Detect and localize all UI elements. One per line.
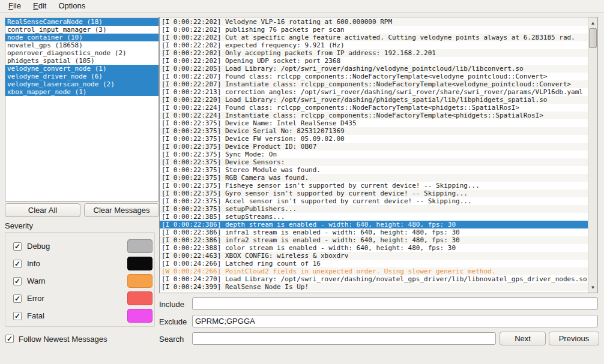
- node-list-item[interactable]: node_container (10): [5, 34, 159, 41]
- node-list[interactable]: RealSenseCameraNode (18)control_input_ma…: [5, 17, 159, 201]
- log-row[interactable]: [I 0:00:22:202] Velodyne VLP-16 rotating…: [160, 18, 588, 26]
- node-list-item[interactable]: control_input_manager (3): [5, 26, 159, 34]
- search-previous-button[interactable]: Previous: [549, 332, 599, 345]
- node-list-item[interactable]: RealSenseCameraNode (18): [5, 18, 159, 26]
- scrollbar-thumb[interactable]: [589, 28, 597, 48]
- severity-color-swatch-info[interactable]: [127, 257, 153, 270]
- log-row[interactable]: [I 0:00:22:202] expected frequency: 9.92…: [160, 41, 588, 49]
- include-label: Include: [159, 300, 184, 309]
- severity-checkbox-fatal[interactable]: ✓: [13, 312, 22, 320]
- log-row[interactable]: [I 0:00:22:375] Sync Mode: On: [160, 151, 588, 158]
- node-list-item[interactable]: openrover_diagnostics_node (2): [5, 49, 159, 57]
- severity-color-swatch-debug[interactable]: [127, 239, 153, 253]
- severity-color-swatch-fatal[interactable]: [127, 309, 153, 323]
- node-list-item[interactable]: phidgets_spatial (105): [5, 57, 159, 65]
- menu-bar: FileEditOptions: [0, 0, 604, 13]
- log-row[interactable]: [I 0:00:22:207] Found class: rclcpp_comp…: [160, 73, 588, 80]
- log-row[interactable]: [I 0:00:22:375] Stereo Module was found.: [160, 166, 588, 174]
- menu-edit[interactable]: Edit: [27, 0, 52, 12]
- severity-checkbox-info[interactable]: ✓: [13, 260, 22, 268]
- log-row[interactable]: [I 0:00:22:386] depth stream is enabled …: [160, 221, 588, 228]
- follow-newest-label: Follow Newest Messages: [19, 335, 107, 344]
- log-message-list[interactable]: [I 0:00:22:202] Velodyne VLP-16 rotating…: [160, 18, 588, 293]
- log-row[interactable]: [I 0:00:22:224] Found class: rclcpp_comp…: [160, 104, 588, 112]
- log-row[interactable]: [I 0:00:22:213] correction angles: /opt/…: [160, 88, 588, 96]
- log-row[interactable]: [I 0:00:22:375] setupPublishers...: [160, 205, 588, 213]
- log-row[interactable]: [I 0:00:22:202] Opening UDP socket: port…: [160, 57, 588, 65]
- node-list-item[interactable]: velodyne_driver_node (6): [5, 73, 159, 80]
- log-row[interactable]: [I 0:00:22:202] Only accepting packets f…: [160, 49, 588, 57]
- severity-label-fatal: Fatal: [27, 311, 44, 320]
- log-row[interactable]: [I 0:00:22:386] infra2 stream is enabled…: [160, 236, 588, 244]
- log-row[interactable]: [I 0:00:24:270] Load Library: /opt/swri_…: [160, 275, 588, 283]
- search-next-button[interactable]: Next: [500, 332, 546, 345]
- exclude-label: Exclude: [159, 317, 187, 326]
- log-row[interactable]: [I 0:00:22:375] Device Sensors:: [160, 158, 588, 166]
- log-row[interactable]: [I 0:00:22:386] infra1 stream is enabled…: [160, 228, 588, 236]
- severity-checkbox-warn[interactable]: ✓: [13, 277, 22, 285]
- search-input[interactable]: [192, 332, 496, 345]
- log-row[interactable]: [I 0:00:24:266] Latched ring count of 16: [160, 260, 588, 267]
- log-row[interactable]: [I 0:00:22:375] Device Serial No: 825312…: [160, 127, 588, 135]
- log-row[interactable]: [I 0:00:22:385] setupStreams...: [160, 213, 588, 221]
- log-row[interactable]: [I 0:00:22:207] Instantiate class: rclcp…: [160, 80, 588, 88]
- log-row[interactable]: [I 0:00:22:224] Instantiate class: rclcp…: [160, 112, 588, 119]
- severity-row-info: ✓Info: [5, 257, 154, 270]
- include-input[interactable]: [192, 297, 598, 310]
- scroll-up-icon[interactable]: ▲: [588, 18, 597, 28]
- menu-file[interactable]: File: [2, 0, 27, 12]
- log-row[interactable]: [I 0:00:22:220] Load Library: /opt/swri_…: [160, 96, 588, 104]
- log-row[interactable]: [I 0:00:22:375] Accel sensor isn't suppo…: [160, 197, 588, 205]
- severity-row-debug: ✓Debug: [5, 239, 154, 253]
- severity-checkbox-debug[interactable]: ✓: [13, 242, 22, 251]
- follow-newest-checkbox[interactable]: ✓: [5, 335, 14, 343]
- severity-label-debug: Debug: [27, 242, 50, 251]
- severity-label-warn: Warn: [27, 276, 46, 285]
- log-row[interactable]: [I 0:00:22:388] color stream is enabled …: [160, 244, 588, 252]
- node-list-item[interactable]: novatel_gps (18658): [5, 41, 159, 49]
- node-list-item[interactable]: velodyne_laserscan_node (2): [5, 80, 159, 88]
- log-row[interactable]: [I 0:00:22:375] Device FW version: 05.09…: [160, 135, 588, 143]
- log-row[interactable]: [I 0:00:22:375] Device Product ID: 0B07: [160, 143, 588, 151]
- log-scrollbar[interactable]: ▲ ▼: [588, 17, 597, 293]
- log-row[interactable]: [I 0:00:22:202] publishing 76 packets pe…: [160, 26, 588, 34]
- severity-checkbox-error[interactable]: ✓: [13, 294, 22, 303]
- scroll-down-icon[interactable]: ▼: [588, 282, 597, 292]
- log-row[interactable]: [I 0:00:22:205] Load Library: /opt/swri_…: [160, 65, 588, 73]
- log-row[interactable]: [W 0:00:24:266] PointCloud2 fields in un…: [160, 267, 588, 275]
- severity-label-info: Info: [27, 259, 40, 268]
- severity-row-fatal: ✓Fatal: [5, 309, 154, 323]
- log-row[interactable]: [I 0:00:22:375] Gyro sensor isn't suppor…: [160, 189, 588, 197]
- severity-label-error: Error: [27, 294, 44, 303]
- severity-row-error: ✓Error: [5, 291, 154, 305]
- clear-all-button[interactable]: Clear All: [5, 203, 80, 217]
- log-panel: [I 0:00:22:202] Velodyne VLP-16 rotating…: [159, 17, 598, 293]
- log-row[interactable]: [I 0:00:24:399] RealSense Node Is Up!: [160, 283, 588, 291]
- severity-group: ✓Debug✓Info✓Warn✓Error✓Fatal: [5, 232, 155, 327]
- log-row[interactable]: [I 0:00:22:375] RGB Camera was found.: [160, 174, 588, 182]
- menu-options[interactable]: Options: [52, 0, 91, 12]
- clear-messages-button[interactable]: Clear Messages: [84, 203, 159, 217]
- search-label: Search: [159, 335, 184, 344]
- log-row[interactable]: [I 0:00:22:375] Fisheye sensor isn't sup…: [160, 182, 588, 189]
- node-list-item[interactable]: velodyne_convert_node (1): [5, 65, 159, 73]
- exclude-input[interactable]: [192, 315, 598, 327]
- severity-color-swatch-error[interactable]: [127, 291, 153, 305]
- node-list-item[interactable]: xbox_mapper_node (1): [5, 88, 159, 96]
- severity-row-warn: ✓Warn: [5, 274, 154, 288]
- log-row[interactable]: [I 0:00:22:202] Cut at specific angle fe…: [160, 34, 588, 41]
- log-row[interactable]: [I 0:00:22:375] Device Name: Intel RealS…: [160, 119, 588, 127]
- severity-color-swatch-warn[interactable]: [127, 274, 153, 288]
- severity-title: Severity: [5, 221, 33, 230]
- log-row[interactable]: [I 0:00:22:463] XBOX CONFIG: wireless & …: [160, 252, 588, 260]
